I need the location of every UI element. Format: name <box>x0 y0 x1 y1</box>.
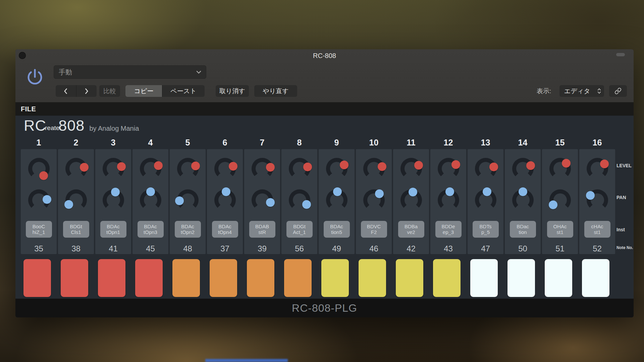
note-row-label: Note No. <box>616 245 633 250</box>
instrument-select-button[interactable]: BDActOpn3 <box>138 221 164 238</box>
level-knob[interactable] <box>28 158 50 179</box>
level-knob[interactable] <box>214 158 236 179</box>
instrument-select-button[interactable]: BDABstR <box>249 221 275 238</box>
note-number: 42 <box>393 244 429 253</box>
drum-pad-2[interactable] <box>61 259 88 297</box>
drum-pad-16[interactable] <box>582 259 609 297</box>
knob-indicator-dot <box>586 191 595 200</box>
channel-number: 13 <box>467 136 504 149</box>
drum-pad-13[interactable] <box>470 259 498 297</box>
pad-slot <box>582 259 619 297</box>
channel-5: 5BDActOpn248 <box>169 136 206 254</box>
undo-button[interactable]: 取り消す <box>216 85 249 97</box>
instrument-select-button[interactable]: BDBave2 <box>398 221 424 238</box>
channel-number: 2 <box>57 136 95 149</box>
drum-pad-1[interactable] <box>23 259 51 297</box>
level-knob[interactable] <box>103 158 124 179</box>
next-preset-button[interactable] <box>76 85 97 97</box>
level-knob[interactable] <box>140 158 161 179</box>
level-knob[interactable] <box>512 158 534 179</box>
instrument-select-button[interactable]: OHAcst1 <box>547 221 573 238</box>
pan-knob[interactable] <box>140 189 161 211</box>
instrument-select-button[interactable]: BDAction5 <box>324 221 350 238</box>
drum-pad-8[interactable] <box>284 259 312 297</box>
preset-dropdown[interactable]: 手動 <box>54 65 206 79</box>
instrument-name-line1: BDBa <box>405 224 418 229</box>
drum-pad-15[interactable] <box>545 259 572 297</box>
knob-indicator-dot <box>64 200 73 209</box>
file-menu[interactable]: FILE <box>21 102 36 116</box>
window-title[interactable]: RC-808 <box>15 49 634 62</box>
pad-slot <box>470 259 507 297</box>
knob-indicator-dot <box>378 162 386 171</box>
instrument-name-line2: st1 <box>594 229 600 235</box>
instrument-select-button[interactable]: BDGtAct_1 <box>286 221 313 238</box>
pan-knob[interactable] <box>363 189 385 211</box>
power-button[interactable] <box>25 67 45 89</box>
pan-knob[interactable] <box>252 189 273 211</box>
instrument-select-button[interactable]: BDDeep_3 <box>435 221 462 238</box>
instrument-select-button[interactable]: cHAcst1 <box>584 221 610 238</box>
level-knob[interactable] <box>252 158 273 179</box>
level-knob[interactable] <box>549 158 571 179</box>
window-resize-handle[interactable] <box>616 53 625 56</box>
level-knob[interactable] <box>289 158 310 179</box>
instrument-select-button[interactable]: BDActOpn2 <box>175 221 201 238</box>
pad-slot <box>545 259 582 297</box>
instrument-select-button[interactable]: BDGtCls1 <box>63 221 89 238</box>
level-knob[interactable] <box>65 158 87 179</box>
level-knob[interactable] <box>400 158 422 179</box>
pan-knob[interactable] <box>549 189 571 211</box>
paste-button[interactable]: ペースト <box>162 85 205 97</box>
instrument-select-button[interactable]: BDActOpn1 <box>100 221 126 238</box>
level-knob[interactable] <box>587 158 608 179</box>
pan-knob[interactable] <box>400 189 422 211</box>
drum-pad-9[interactable] <box>321 259 349 297</box>
channel-strip: BDABstR39 <box>244 149 280 254</box>
pan-knob[interactable] <box>214 189 236 211</box>
pan-knob[interactable] <box>289 189 310 211</box>
pan-knob[interactable] <box>177 189 199 211</box>
drum-pad-5[interactable] <box>172 259 200 297</box>
drum-pad-6[interactable] <box>210 259 237 297</box>
pan-knob[interactable] <box>512 189 534 211</box>
channel-16: 16cHAcst152 <box>579 136 616 254</box>
instrument-select-button[interactable]: BDActOpn4 <box>212 221 238 238</box>
pan-knob[interactable] <box>438 189 459 211</box>
level-knob[interactable] <box>177 158 199 179</box>
preset-nav-group <box>56 85 97 97</box>
copy-button[interactable]: コピー <box>125 85 162 97</box>
level-knob[interactable] <box>363 158 385 179</box>
window-close-button[interactable] <box>19 52 26 59</box>
pan-knob[interactable] <box>28 189 50 211</box>
drum-pad-3[interactable] <box>98 259 125 297</box>
link-button[interactable] <box>609 85 627 97</box>
drum-pad-10[interactable] <box>359 259 386 297</box>
instrument-select-button[interactable]: BooChiZ_1 <box>26 221 52 238</box>
drum-pad-7[interactable] <box>247 259 274 297</box>
pan-knob[interactable] <box>65 189 87 211</box>
view-label: 表示: <box>537 85 551 97</box>
chevron-left-icon <box>64 88 68 94</box>
level-knob[interactable] <box>475 158 496 179</box>
instrument-select-button[interactable]: BDaction <box>510 221 536 238</box>
drum-pad-4[interactable] <box>135 259 163 297</box>
drum-pad-12[interactable] <box>433 259 461 297</box>
pan-knob[interactable] <box>587 189 608 211</box>
pan-knob[interactable] <box>326 189 347 211</box>
instrument-name-line1: BDAc <box>330 224 343 229</box>
pan-knob[interactable] <box>475 189 496 211</box>
pan-knob[interactable] <box>103 189 124 211</box>
redo-button[interactable]: やり直す <box>254 85 297 97</box>
instrument-select-button[interactable]: BDVCF2 <box>361 221 387 238</box>
drum-pad-14[interactable] <box>507 259 535 297</box>
level-knob[interactable] <box>438 158 459 179</box>
previous-preset-button[interactable] <box>56 85 76 97</box>
level-knob[interactable] <box>326 158 347 179</box>
drum-pad-11[interactable] <box>396 259 423 297</box>
instrument-select-button[interactable]: BDTsp_5 <box>473 221 499 238</box>
instrument-name-line1: BDAc <box>218 224 231 229</box>
compare-button[interactable]: 比較 <box>99 85 120 97</box>
view-mode-dropdown[interactable]: エディタ <box>559 85 604 97</box>
pad-slot <box>135 259 172 297</box>
